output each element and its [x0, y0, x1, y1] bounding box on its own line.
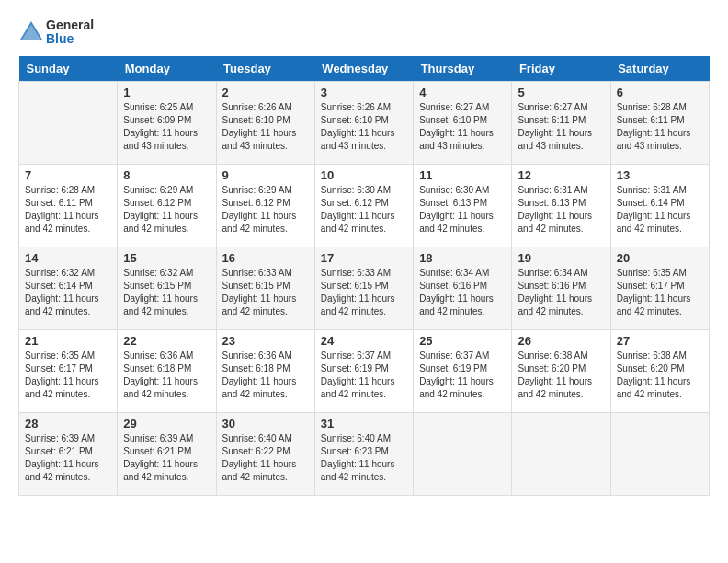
- calendar-cell: 31Sunrise: 6:40 AMSunset: 6:23 PMDayligh…: [314, 412, 413, 495]
- logo-text: General Blue: [18, 18, 94, 47]
- calendar-week-row: 14Sunrise: 6:32 AMSunset: 6:14 PMDayligh…: [19, 247, 710, 329]
- weekday-header-sunday: Sunday: [19, 56, 118, 82]
- day-number: 23: [222, 334, 309, 348]
- day-number: 3: [321, 86, 407, 99]
- calendar-cell: [610, 412, 709, 495]
- day-number: 4: [419, 86, 506, 99]
- calendar-cell: [414, 412, 512, 495]
- day-info: Sunrise: 6:39 AMSunset: 6:21 PMDaylight:…: [25, 432, 111, 484]
- day-number: 17: [321, 251, 407, 265]
- day-info: Sunrise: 6:26 AMSunset: 6:10 PMDaylight:…: [222, 101, 309, 153]
- day-info: Sunrise: 6:36 AMSunset: 6:18 PMDaylight:…: [123, 350, 210, 401]
- day-number: 9: [222, 168, 309, 182]
- weekday-header-thursday: Thursday: [414, 56, 512, 82]
- day-number: 22: [123, 334, 210, 348]
- day-number: 31: [321, 417, 407, 431]
- calendar-week-row: 28Sunrise: 6:39 AMSunset: 6:21 PMDayligh…: [19, 412, 710, 495]
- calendar-cell: 29Sunrise: 6:39 AMSunset: 6:21 PMDayligh…: [118, 412, 216, 495]
- calendar-cell: 17Sunrise: 6:33 AMSunset: 6:15 PMDayligh…: [314, 247, 413, 329]
- calendar-table: SundayMondayTuesdayWednesdayThursdayFrid…: [18, 56, 710, 496]
- day-number: 10: [321, 168, 407, 182]
- day-info: Sunrise: 6:28 AMSunset: 6:11 PMDaylight:…: [617, 101, 703, 153]
- day-info: Sunrise: 6:38 AMSunset: 6:20 PMDaylight:…: [617, 350, 703, 401]
- calendar-cell: 12Sunrise: 6:31 AMSunset: 6:13 PMDayligh…: [512, 164, 610, 247]
- day-info: Sunrise: 6:32 AMSunset: 6:15 PMDaylight:…: [123, 267, 210, 318]
- day-number: 27: [617, 334, 703, 348]
- day-number: 29: [123, 417, 210, 431]
- calendar-week-row: 7Sunrise: 6:28 AMSunset: 6:11 PMDaylight…: [19, 164, 710, 247]
- day-info: Sunrise: 6:30 AMSunset: 6:12 PMDaylight:…: [321, 184, 407, 236]
- day-number: 20: [617, 251, 703, 265]
- day-info: Sunrise: 6:29 AMSunset: 6:12 PMDaylight:…: [123, 184, 210, 236]
- day-info: Sunrise: 6:30 AMSunset: 6:13 PMDaylight:…: [419, 184, 506, 236]
- day-number: 28: [25, 417, 111, 431]
- day-number: 8: [123, 168, 210, 182]
- weekday-header-wednesday: Wednesday: [314, 56, 413, 82]
- calendar-cell: 16Sunrise: 6:33 AMSunset: 6:15 PMDayligh…: [216, 247, 314, 329]
- calendar-week-row: 1Sunrise: 6:25 AMSunset: 6:09 PMDaylight…: [19, 81, 710, 164]
- day-info: Sunrise: 6:35 AMSunset: 6:17 PMDaylight:…: [617, 267, 703, 318]
- day-number: 13: [617, 168, 703, 182]
- weekday-header-tuesday: Tuesday: [216, 56, 314, 82]
- day-number: 15: [123, 251, 210, 265]
- calendar-body: 1Sunrise: 6:25 AMSunset: 6:09 PMDaylight…: [19, 81, 710, 495]
- logo-general: General: [46, 18, 94, 32]
- weekday-header-saturday: Saturday: [610, 56, 709, 82]
- day-info: Sunrise: 6:27 AMSunset: 6:10 PMDaylight:…: [419, 101, 506, 153]
- calendar-cell: 5Sunrise: 6:27 AMSunset: 6:11 PMDaylight…: [512, 81, 610, 164]
- calendar-header-row: SundayMondayTuesdayWednesdayThursdayFrid…: [19, 56, 710, 82]
- day-info: Sunrise: 6:34 AMSunset: 6:16 PMDaylight:…: [518, 267, 604, 318]
- calendar-cell: [19, 81, 118, 164]
- day-number: 26: [518, 334, 604, 348]
- weekday-header-friday: Friday: [512, 56, 610, 82]
- calendar-cell: 22Sunrise: 6:36 AMSunset: 6:18 PMDayligh…: [118, 329, 216, 412]
- day-info: Sunrise: 6:32 AMSunset: 6:14 PMDaylight:…: [25, 267, 111, 318]
- day-info: Sunrise: 6:36 AMSunset: 6:18 PMDaylight:…: [222, 350, 309, 401]
- calendar-cell: 14Sunrise: 6:32 AMSunset: 6:14 PMDayligh…: [19, 247, 118, 329]
- day-info: Sunrise: 6:33 AMSunset: 6:15 PMDaylight:…: [321, 267, 407, 318]
- day-info: Sunrise: 6:33 AMSunset: 6:15 PMDaylight:…: [222, 267, 309, 318]
- day-info: Sunrise: 6:38 AMSunset: 6:20 PMDaylight:…: [518, 350, 604, 401]
- day-number: 2: [222, 86, 309, 99]
- calendar-cell: 28Sunrise: 6:39 AMSunset: 6:21 PMDayligh…: [19, 412, 118, 495]
- day-info: Sunrise: 6:28 AMSunset: 6:11 PMDaylight:…: [25, 184, 111, 236]
- day-number: 5: [518, 86, 604, 99]
- day-info: Sunrise: 6:29 AMSunset: 6:12 PMDaylight:…: [222, 184, 309, 236]
- calendar-cell: 1Sunrise: 6:25 AMSunset: 6:09 PMDaylight…: [118, 81, 216, 164]
- day-info: Sunrise: 6:40 AMSunset: 6:22 PMDaylight:…: [222, 432, 309, 484]
- day-info: Sunrise: 6:31 AMSunset: 6:14 PMDaylight:…: [617, 184, 703, 236]
- calendar-cell: 3Sunrise: 6:26 AMSunset: 6:10 PMDaylight…: [314, 81, 413, 164]
- day-info: Sunrise: 6:31 AMSunset: 6:13 PMDaylight:…: [518, 184, 604, 236]
- day-number: 16: [222, 251, 309, 265]
- calendar-cell: 4Sunrise: 6:27 AMSunset: 6:10 PMDaylight…: [414, 81, 512, 164]
- day-info: Sunrise: 6:40 AMSunset: 6:23 PMDaylight:…: [321, 432, 407, 484]
- calendar-cell: 6Sunrise: 6:28 AMSunset: 6:11 PMDaylight…: [610, 81, 709, 164]
- calendar-cell: [512, 412, 610, 495]
- calendar-cell: 9Sunrise: 6:29 AMSunset: 6:12 PMDaylight…: [216, 164, 314, 247]
- calendar-cell: 24Sunrise: 6:37 AMSunset: 6:19 PMDayligh…: [314, 329, 413, 412]
- day-number: 1: [123, 86, 210, 99]
- calendar-cell: 20Sunrise: 6:35 AMSunset: 6:17 PMDayligh…: [610, 247, 709, 329]
- day-number: 12: [518, 168, 604, 182]
- calendar-cell: 7Sunrise: 6:28 AMSunset: 6:11 PMDaylight…: [19, 164, 118, 247]
- calendar-cell: 10Sunrise: 6:30 AMSunset: 6:12 PMDayligh…: [314, 164, 413, 247]
- calendar-cell: 27Sunrise: 6:38 AMSunset: 6:20 PMDayligh…: [610, 329, 709, 412]
- day-info: Sunrise: 6:37 AMSunset: 6:19 PMDaylight:…: [321, 350, 407, 401]
- day-number: 21: [25, 334, 111, 348]
- calendar-cell: 21Sunrise: 6:35 AMSunset: 6:17 PMDayligh…: [19, 329, 118, 412]
- day-info: Sunrise: 6:26 AMSunset: 6:10 PMDaylight:…: [321, 101, 407, 153]
- day-number: 18: [419, 251, 506, 265]
- day-number: 24: [321, 334, 407, 348]
- day-info: Sunrise: 6:25 AMSunset: 6:09 PMDaylight:…: [123, 101, 210, 153]
- day-info: Sunrise: 6:34 AMSunset: 6:16 PMDaylight:…: [419, 267, 506, 318]
- calendar-cell: 23Sunrise: 6:36 AMSunset: 6:18 PMDayligh…: [216, 329, 314, 412]
- day-number: 30: [222, 417, 309, 431]
- page-header: General Blue: [18, 18, 710, 47]
- day-info: Sunrise: 6:39 AMSunset: 6:21 PMDaylight:…: [123, 432, 210, 484]
- calendar-cell: 8Sunrise: 6:29 AMSunset: 6:12 PMDaylight…: [118, 164, 216, 247]
- calendar-week-row: 21Sunrise: 6:35 AMSunset: 6:17 PMDayligh…: [19, 329, 710, 412]
- day-number: 19: [518, 251, 604, 265]
- day-info: Sunrise: 6:27 AMSunset: 6:11 PMDaylight:…: [518, 101, 604, 153]
- calendar-cell: 19Sunrise: 6:34 AMSunset: 6:16 PMDayligh…: [512, 247, 610, 329]
- calendar-cell: 13Sunrise: 6:31 AMSunset: 6:14 PMDayligh…: [610, 164, 709, 247]
